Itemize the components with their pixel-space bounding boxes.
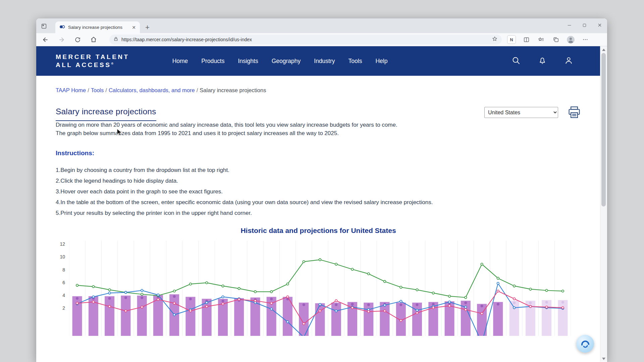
tab-title: Salary increase projections — [68, 25, 127, 30]
instruction-item: 1.Begin by choosing a country from the d… — [56, 165, 581, 176]
collections-icon[interactable] — [551, 35, 561, 45]
page-content: TAAP Home/Tools/Calculators, dashboards,… — [36, 87, 600, 336]
maximize-icon[interactable] — [577, 18, 592, 32]
main-nav: Home Products Insights Geography Industr… — [172, 58, 388, 65]
forward-icon[interactable] — [56, 34, 67, 45]
instruction-item: 2.Click the legend headings to hide disp… — [56, 176, 581, 186]
scrollbar-up-icon[interactable] — [602, 49, 605, 51]
instruction-item: 4.In the table at the bottom of the scre… — [56, 197, 581, 208]
breadcrumb-current: Salary increase projections — [200, 87, 266, 93]
y-tick-label: 4 — [62, 293, 65, 298]
instructions-list: 1.Begin by choosing a country from the d… — [56, 165, 581, 219]
minimize-icon[interactable] — [562, 18, 577, 32]
lock-icon[interactable] — [113, 37, 118, 43]
browser-tab[interactable]: Salary increase projections ✕ — [55, 21, 140, 33]
address-bar: https://taap.mercer.com/salary-increase-… — [36, 33, 607, 46]
scrollbar-down-icon[interactable] — [602, 358, 605, 360]
intro-paragraph-1: Drawing on more than 20 years of economi… — [56, 121, 581, 129]
page-title: Salary increase projections — [56, 107, 156, 121]
tab-activity-icon[interactable] — [41, 23, 47, 29]
breadcrumb-separator: / — [104, 87, 109, 93]
split-screen-icon[interactable] — [521, 35, 531, 45]
bell-icon[interactable] — [538, 56, 547, 66]
more-menu-icon[interactable] — [580, 35, 590, 45]
breadcrumb-taap-home[interactable]: TAAP Home — [56, 87, 86, 93]
breadcrumb-separator: / — [86, 87, 91, 93]
site-header: MERCER TALENT ALL ACCESS® Home Products … — [36, 46, 600, 76]
salary-chart[interactable]: 24681012 — [56, 241, 581, 336]
instructions-heading: Instructions: — [56, 149, 581, 157]
breadcrumb-separator: / — [195, 87, 200, 93]
favorite-star-icon[interactable] — [492, 36, 498, 43]
intro-paragraph-2: The graph below summarizes data from 199… — [56, 129, 581, 138]
nav-item-help[interactable]: Help — [375, 58, 387, 65]
instruction-item: 5.Print your results by selecting the pr… — [56, 208, 581, 219]
mercer-taap-logo: MERCER TALENT ALL ACCESS® — [56, 53, 129, 69]
mercer-favicon — [59, 24, 65, 31]
logo-line-2: ALL ACCESS® — [56, 61, 129, 69]
home-icon[interactable] — [88, 34, 99, 45]
y-tick-label: 10 — [60, 254, 65, 259]
page-scrollbar[interactable] — [600, 46, 607, 362]
url-text: https://taap.mercer.com/salary-increase-… — [121, 37, 489, 42]
y-tick-label: 12 — [60, 241, 65, 247]
favorites-bar-icon[interactable] — [536, 35, 546, 45]
printer-icon[interactable] — [568, 106, 581, 120]
breadcrumb: TAAP Home/Tools/Calculators, dashboards,… — [56, 87, 581, 94]
y-tick-label: 6 — [62, 280, 65, 285]
nav-item-industry[interactable]: Industry — [314, 58, 335, 65]
chart-y-axis-labels: 24681012 — [56, 241, 69, 336]
n-extension-icon[interactable]: N — [506, 35, 517, 45]
title-row: Salary increase projections United State… — [56, 107, 581, 121]
chart-title: Historic data and projections for United… — [56, 227, 581, 235]
tab-strip: Salary increase projections ✕ + — [36, 18, 607, 33]
browser-window: Salary increase projections ✕ + https://… — [36, 18, 607, 362]
scrollbar-thumb[interactable] — [601, 53, 606, 206]
window-controls — [562, 18, 607, 32]
web-page: MERCER TALENT ALL ACCESS® Home Products … — [36, 46, 607, 362]
refresh-icon[interactable] — [72, 34, 83, 45]
chat-widget-button[interactable] — [576, 335, 594, 353]
logo-line-1: MERCER TALENT — [56, 53, 129, 61]
instruction-item: 3.Hover over each data point in the grap… — [56, 186, 581, 197]
desktop-background: Salary increase projections ✕ + https://… — [0, 0, 644, 362]
url-bar[interactable]: https://taap.mercer.com/salary-increase-… — [109, 35, 502, 45]
registered-mark: ® — [111, 62, 113, 65]
close-tab-icon[interactable]: ✕ — [130, 24, 137, 31]
browser-toolbar: N — [506, 35, 590, 45]
country-select[interactable]: United States — [484, 107, 558, 118]
chart-plot-area[interactable] — [69, 241, 571, 336]
breadcrumb-tools[interactable]: Tools — [91, 87, 104, 93]
back-icon[interactable] — [40, 34, 51, 45]
y-tick-label: 8 — [62, 267, 65, 273]
nav-item-tools[interactable]: Tools — [348, 58, 362, 65]
chat-widget-icon — [580, 338, 591, 350]
new-tab-icon[interactable]: + — [143, 24, 152, 31]
header-icons — [512, 56, 573, 66]
close-window-icon[interactable] — [592, 18, 607, 32]
nav-item-insights[interactable]: Insights — [238, 58, 258, 65]
nav-item-products[interactable]: Products — [201, 58, 224, 65]
breadcrumb-calculators[interactable]: Calculators, dashboards, and more — [109, 87, 195, 93]
y-tick-label: 2 — [62, 305, 65, 311]
search-icon[interactable] — [512, 56, 521, 66]
nav-item-home[interactable]: Home — [172, 58, 188, 65]
user-icon[interactable] — [564, 56, 573, 66]
nav-item-geography[interactable]: Geography — [272, 58, 301, 65]
profile-avatar-icon[interactable] — [566, 35, 576, 45]
